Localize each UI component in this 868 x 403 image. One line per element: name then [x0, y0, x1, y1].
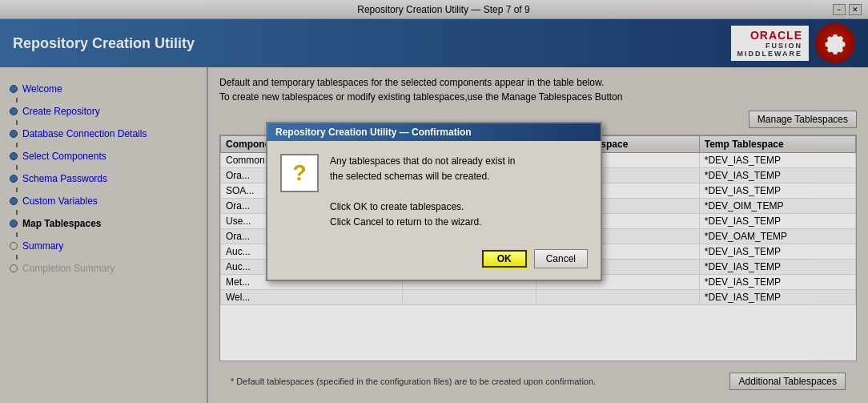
- modal-title: Repository Creation Utility — Confirmati…: [275, 127, 472, 138]
- modal-line2: the selected schemas will be created.: [330, 169, 515, 184]
- modal-title-bar: Repository Creation Utility — Confirmati…: [267, 123, 601, 141]
- question-icon: ?: [280, 154, 319, 192]
- ok-button[interactable]: OK: [481, 249, 528, 268]
- modal-line5: Click Cancel to return to the wizard.: [330, 215, 515, 230]
- modal-line4: Click OK to create tablespaces.: [330, 199, 515, 215]
- modal-overlay: Repository Creation Utility — Confirmati…: [0, 0, 868, 403]
- modal-footer: OK Cancel: [267, 243, 601, 280]
- modal-message: Any tablespaces that do not already exis…: [330, 154, 515, 231]
- modal-body: ? Any tablespaces that do not already ex…: [267, 141, 601, 244]
- modal-line1: Any tablespaces that do not already exis…: [330, 154, 515, 169]
- confirmation-modal: Repository Creation Utility — Confirmati…: [266, 122, 602, 282]
- cancel-button[interactable]: Cancel: [534, 249, 588, 268]
